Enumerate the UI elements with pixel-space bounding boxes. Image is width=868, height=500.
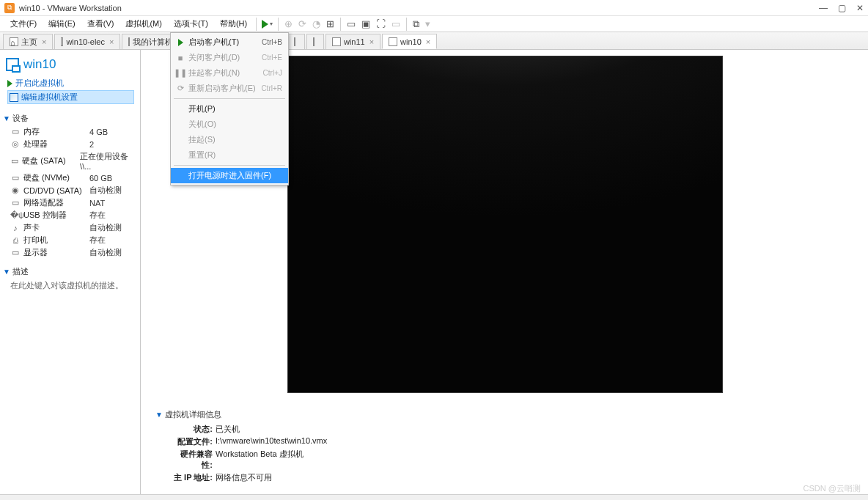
stop-icon: ■ xyxy=(174,54,187,62)
devices-table: ▭内存4 GB◎处理器2▭硬盘 (SATA)正在使用设备 \\...▭硬盘 (N… xyxy=(0,125,140,262)
tab-close-icon[interactable]: × xyxy=(42,37,46,46)
vm-icon xyxy=(332,37,341,46)
minimize-button[interactable]: — xyxy=(819,3,828,13)
power-dropdown-menu: 启动客户机(T)Ctrl+B■关闭客户机(D)Ctrl+E❚❚挂起客户机(N)C… xyxy=(170,32,289,185)
toolbar-btn-10[interactable]: ▾ xyxy=(422,17,433,31)
device-row[interactable]: ▭硬盘 (NVMe)60 GB xyxy=(10,172,134,184)
toolbar-btn-4[interactable]: ⊞ xyxy=(323,17,337,31)
device-icon: �ψ xyxy=(10,210,21,220)
main-area: win10 开启此虚拟机 编辑虚拟机设置 ▼设备 ▭内存4 GB◎处理器2▭硬盘… xyxy=(0,50,868,494)
toolbar-btn-8[interactable]: ▭ xyxy=(389,17,403,31)
menu-tabs[interactable]: 选项卡(T) xyxy=(168,16,214,32)
description-text[interactable]: 在此处键入对该虚拟机的描述。 xyxy=(0,279,140,294)
device-icon: ▭ xyxy=(10,156,19,166)
device-icon: ▭ xyxy=(10,127,21,136)
restart-icon: ⟳ xyxy=(174,84,187,93)
vm-header: win10 xyxy=(0,53,140,75)
sidebar: win10 开启此虚拟机 编辑虚拟机设置 ▼设备 ▭内存4 GB◎处理器2▭硬盘… xyxy=(0,50,141,494)
menubar: 文件(F) 编辑(E) 查看(V) 虚拟机(M) 选项卡(T) 帮助(H) ▾ … xyxy=(0,16,868,32)
vm-preview[interactable] xyxy=(287,56,723,393)
vm-icon xyxy=(61,37,63,46)
toolbar-btn-6[interactable]: ▣ xyxy=(358,17,373,31)
tab-win10[interactable]: win10× xyxy=(382,34,437,49)
edit-settings-link[interactable]: 编辑虚拟机设置 xyxy=(7,90,134,104)
device-icon: ▭ xyxy=(10,173,21,183)
app-icon: ⧉ xyxy=(4,3,15,13)
device-row[interactable]: ⎙打印机存在 xyxy=(10,234,134,246)
window-title: win10 - VMware Workstation xyxy=(19,4,122,12)
window-controls: — ▢ ✕ xyxy=(819,3,864,13)
detail-row: 硬件兼容性:Workstation Beta 虚拟机 xyxy=(155,448,861,471)
device-icon: ▭ xyxy=(10,198,21,207)
tabstrip: ⌂主页×win10-elec×我的计算机×matlab×win11×win10× xyxy=(0,32,868,50)
toolbar-btn-3[interactable]: ◔ xyxy=(309,17,323,31)
toolbar-btn-1[interactable]: ⊕ xyxy=(282,17,295,31)
toolbar-btn-5[interactable]: ▭ xyxy=(344,17,358,31)
tab-vm6[interactable] xyxy=(287,34,305,49)
menu-edit[interactable]: 编辑(E) xyxy=(43,16,81,32)
menu-view[interactable]: 查看(V) xyxy=(81,16,120,32)
detail-row: 配置文件:I:\vmware\win10test\win10.vmx xyxy=(155,435,861,448)
home-icon: ⌂ xyxy=(10,37,18,46)
device-row[interactable]: ♪声卡自动检测 xyxy=(10,221,134,234)
tab-主页[interactable]: ⌂主页× xyxy=(3,34,53,49)
toolbar-btn-2[interactable]: ⟳ xyxy=(295,17,309,31)
pause-icon: ❚❚ xyxy=(174,68,187,78)
close-button[interactable]: ✕ xyxy=(856,3,864,13)
menu-file[interactable]: 文件(F) xyxy=(4,16,43,32)
tab-close-icon[interactable]: × xyxy=(369,37,374,46)
devices-section[interactable]: ▼设备 xyxy=(0,109,140,125)
tab-win10-elec[interactable]: win10-elec× xyxy=(54,34,120,49)
power-on-link[interactable]: 开启此虚拟机 xyxy=(7,76,134,90)
toolbar-btn-7[interactable]: ⛶ xyxy=(373,17,389,31)
tab-close-icon[interactable]: × xyxy=(426,37,430,46)
description-section[interactable]: ▼描述 xyxy=(0,262,140,279)
tab-win11[interactable]: win11× xyxy=(326,34,380,49)
detail-row: 主 IP 地址:网络信息不可用 xyxy=(155,471,861,484)
vm-icon xyxy=(313,37,315,46)
menu-item-重置(R): 重置(R) xyxy=(171,147,288,163)
pc-icon xyxy=(128,37,130,46)
vm-details: ▼虚拟机详细信息 状态:已关机配置文件:I:\vmware\win10test\… xyxy=(155,409,861,484)
device-row[interactable]: ▭网络适配器NAT xyxy=(10,196,134,209)
toolbar-btn-9[interactable]: ⧉ xyxy=(410,17,422,32)
menu-item-挂起(S): 挂起(S) xyxy=(171,132,288,147)
device-icon: ◉ xyxy=(10,185,21,195)
device-icon: ♪ xyxy=(10,224,21,232)
device-icon: ⎙ xyxy=(10,236,21,245)
vm-name: win10 xyxy=(23,57,56,72)
device-icon: ◎ xyxy=(10,139,21,149)
power-dropdown-button[interactable]: ▾ xyxy=(260,18,275,30)
menu-item-挂起客户机(N): ❚❚挂起客户机(N)Ctrl+J xyxy=(171,65,288,81)
detail-row: 状态:已关机 xyxy=(155,423,861,435)
device-row[interactable]: ▭硬盘 (SATA)正在使用设备 \\... xyxy=(10,150,134,172)
device-icon: ▭ xyxy=(10,248,21,257)
device-row[interactable]: ▭内存4 GB xyxy=(10,125,134,138)
menu-item-关闭客户机(D): ■关闭客户机(D)Ctrl+E xyxy=(171,50,288,65)
statusbar xyxy=(0,494,868,500)
titlebar: ⧉ win10 - VMware Workstation — ▢ ✕ xyxy=(0,0,868,16)
vm-icon xyxy=(389,37,397,46)
device-row[interactable]: ◉CD/DVD (SATA)自动检测 xyxy=(10,184,134,196)
vm-icon xyxy=(294,37,295,46)
menu-vm[interactable]: 虚拟机(M) xyxy=(119,16,168,32)
device-row[interactable]: ◎处理器2 xyxy=(10,138,134,150)
play-icon xyxy=(174,39,187,46)
menu-item-开机(P)[interactable]: 开机(P) xyxy=(171,101,288,117)
tab-vm7[interactable] xyxy=(306,34,324,49)
device-row[interactable]: �ψUSB 控制器存在 xyxy=(10,209,134,221)
vm-icon xyxy=(6,58,19,71)
menu-help[interactable]: 帮助(H) xyxy=(214,16,253,32)
menu-item-启动客户机(T)[interactable]: 启动客户机(T)Ctrl+B xyxy=(171,34,288,50)
tab-close-icon[interactable]: × xyxy=(109,37,114,46)
device-row[interactable]: ▭显示器自动检测 xyxy=(10,246,134,259)
menu-item-打开电源时进入固件(F)[interactable]: 打开电源时进入固件(F) xyxy=(171,168,288,183)
menu-item-关机(O): 关机(O) xyxy=(171,117,288,132)
maximize-button[interactable]: ▢ xyxy=(838,3,846,13)
menu-item-重新启动客户机(E): ⟳重新启动客户机(E)Ctrl+R xyxy=(171,81,288,96)
